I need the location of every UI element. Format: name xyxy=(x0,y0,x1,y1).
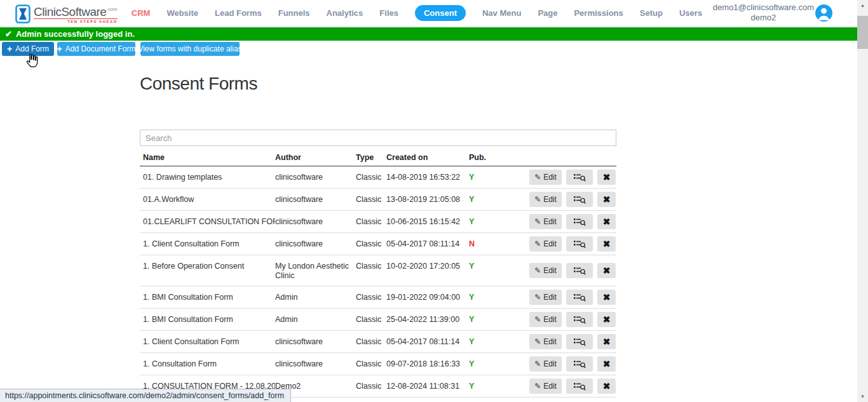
nav-item-crm[interactable]: CRM xyxy=(132,8,151,18)
nav-item-lead-forms[interactable]: Lead Forms xyxy=(215,8,262,18)
edit-button[interactable]: ✎Edit xyxy=(529,263,562,278)
view-entries-button[interactable] xyxy=(566,170,593,185)
statusbar-url: https://appointments.clinicsoftware.com/… xyxy=(0,389,291,402)
view-entries-button[interactable] xyxy=(566,334,593,349)
cell-pub: Y xyxy=(469,353,497,375)
x-icon: ✖ xyxy=(603,265,611,276)
cell-author: My London Aesthetic Clinic xyxy=(275,255,356,286)
delete-button[interactable]: ✖ xyxy=(597,263,616,278)
edit-button[interactable]: ✎Edit xyxy=(529,192,562,207)
x-icon: ✖ xyxy=(603,239,611,249)
nav-item-nav-menu[interactable]: Nav Menu xyxy=(482,8,521,18)
cell-author: clinicsoftware xyxy=(275,353,356,375)
cell-type: Classic xyxy=(356,233,386,255)
nav-item-permissions[interactable]: Permissions xyxy=(574,8,623,18)
edit-button[interactable]: ✎Edit xyxy=(529,170,562,185)
x-icon: ✖ xyxy=(603,314,611,325)
cell-type: Classic xyxy=(356,211,386,232)
list-search-icon xyxy=(573,173,586,182)
user-info[interactable]: demo1@clinicsoftware.com demo2 xyxy=(713,3,814,23)
table-row: 1. Client Consultation Form clinicsoftwa… xyxy=(140,233,616,255)
nav-item-website[interactable]: Website xyxy=(166,8,198,18)
delete-button[interactable]: ✖ xyxy=(597,379,616,394)
cell-created: 25-04-2022 11:39:00 xyxy=(386,309,469,330)
table-row: 01.A.Workflow clinicsoftware Classic 13-… xyxy=(140,189,616,211)
edit-button[interactable]: ✎Edit xyxy=(529,214,562,229)
nav-item-consent[interactable]: Consent xyxy=(415,5,466,21)
cell-created: 14-08-2019 16:53:22 xyxy=(386,166,469,188)
col-header-author: Author xyxy=(275,153,356,163)
search-input[interactable] xyxy=(140,130,616,146)
col-header-created: Created on xyxy=(386,153,469,163)
delete-button[interactable]: ✖ xyxy=(597,290,616,305)
cell-name: 01.CLEARLIFT CONSULTATION FORM xyxy=(140,211,275,232)
view-entries-button[interactable] xyxy=(566,236,593,251)
cell-name: 1. Before Operation Consent xyxy=(140,255,275,286)
avatar[interactable] xyxy=(815,4,832,22)
cell-created: 05-04-2017 08:11:14 xyxy=(386,233,469,255)
col-header-pub: Pub. xyxy=(469,153,497,163)
nav-menu: CRMWebsiteLead FormsFunnelsAnalyticsFile… xyxy=(132,5,702,21)
edit-button[interactable]: ✎Edit xyxy=(529,236,562,251)
pencil-icon: ✎ xyxy=(534,382,541,391)
cell-name: 01.A.Workflow xyxy=(140,189,275,210)
view-forms-with-duplicate-alias-button[interactable]: View forms with duplicate alias xyxy=(140,42,240,56)
add-document-form-button[interactable]: +Add Document Form xyxy=(57,42,135,56)
nav-item-files[interactable]: Files xyxy=(379,8,398,18)
delete-button[interactable]: ✖ xyxy=(597,236,616,251)
scroll-up-icon[interactable]: ▲ xyxy=(857,0,868,11)
cell-author: clinicsoftware xyxy=(275,233,356,255)
nav-item-funnels[interactable]: Funnels xyxy=(278,8,310,18)
nav-item-analytics[interactable]: Analytics xyxy=(327,8,363,18)
nav-item-page[interactable]: Page xyxy=(538,8,557,18)
edit-button[interactable]: ✎Edit xyxy=(529,379,562,394)
list-search-icon xyxy=(573,217,586,227)
cell-type: Classic xyxy=(356,255,386,286)
delete-button[interactable]: ✖ xyxy=(597,356,616,372)
edit-button[interactable]: ✎Edit xyxy=(529,356,562,372)
vertical-scrollbar[interactable]: ▲ ▼ xyxy=(857,0,868,402)
x-icon: ✖ xyxy=(603,359,611,369)
view-entries-button[interactable] xyxy=(566,263,593,278)
cell-pub: Y xyxy=(469,189,497,210)
delete-button[interactable]: ✖ xyxy=(597,170,616,185)
list-search-icon xyxy=(573,293,586,302)
nav-item-users[interactable]: Users xyxy=(679,8,702,18)
scrollbar-thumb[interactable] xyxy=(857,16,868,49)
row-actions: ✎Edit ✖ xyxy=(497,166,616,188)
pencil-icon: ✎ xyxy=(534,293,541,302)
view-entries-button[interactable] xyxy=(566,379,593,394)
cell-created: 12-08-2024 11:08:31 xyxy=(386,375,469,397)
view-entries-button[interactable] xyxy=(566,192,593,207)
view-entries-button[interactable] xyxy=(566,356,593,372)
add-form-button[interactable]: +Add Form xyxy=(2,42,54,56)
table-row: 1. Before Operation Consent My London Ae… xyxy=(140,255,616,286)
delete-button[interactable]: ✖ xyxy=(597,312,616,327)
x-icon: ✖ xyxy=(603,172,611,182)
view-entries-button[interactable] xyxy=(566,312,593,327)
edit-button[interactable]: ✎Edit xyxy=(529,334,562,349)
pencil-icon: ✎ xyxy=(534,359,541,368)
nav-item-setup[interactable]: Setup xyxy=(640,8,663,18)
scroll-down-icon[interactable]: ▼ xyxy=(857,391,868,402)
view-entries-button[interactable] xyxy=(566,214,593,229)
cell-type: Classic xyxy=(356,189,386,210)
cell-created: 13-08-2019 21:05:08 xyxy=(386,189,469,210)
edit-button[interactable]: ✎Edit xyxy=(529,290,562,305)
user-account: demo2 xyxy=(713,13,814,23)
x-icon: ✖ xyxy=(603,194,611,204)
delete-button[interactable]: ✖ xyxy=(597,214,616,229)
x-icon: ✖ xyxy=(603,292,611,302)
view-entries-button[interactable] xyxy=(566,290,593,305)
clinicsoftware-logo[interactable]: ClinicSoftware.com TEN STEPS AHEAD xyxy=(15,3,118,23)
col-header-type: Type xyxy=(356,153,386,163)
cell-name: 1. Client Consultation Form xyxy=(140,331,275,352)
delete-button[interactable]: ✖ xyxy=(597,192,616,207)
cell-pub: Y xyxy=(469,211,497,232)
delete-button[interactable]: ✖ xyxy=(597,334,616,349)
edit-button[interactable]: ✎Edit xyxy=(529,312,562,327)
row-actions: ✎Edit ✖ xyxy=(497,211,616,232)
cell-pub: Y xyxy=(469,375,497,397)
x-icon: ✖ xyxy=(603,381,611,391)
pencil-icon: ✎ xyxy=(534,173,541,182)
